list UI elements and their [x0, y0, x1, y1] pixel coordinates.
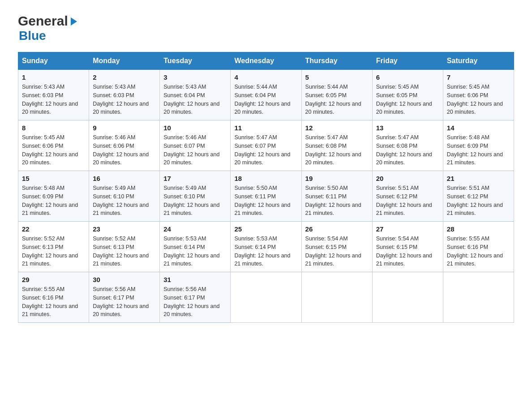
day-number: 16: [93, 175, 156, 182]
day-number: 4: [234, 73, 297, 81]
day-number: 8: [22, 124, 85, 132]
day-number: 31: [163, 276, 227, 283]
day-cell: 8Sunrise: 5:45 AMSunset: 6:06 PMDaylight…: [18, 120, 89, 171]
day-cell: [301, 272, 372, 323]
header-cell-tuesday: Tuesday: [160, 52, 231, 70]
svg-marker-0: [71, 17, 77, 26]
logo-blue: Blue: [19, 29, 46, 43]
day-cell: 7Sunrise: 5:45 AMSunset: 6:06 PMDaylight…: [443, 70, 514, 120]
day-cell: [231, 272, 301, 323]
day-number: 18: [234, 175, 297, 182]
day-info: Sunrise: 5:45 AMSunset: 6:06 PMDaylight:…: [22, 133, 85, 167]
day-cell: 10Sunrise: 5:46 AMSunset: 6:07 PMDayligh…: [160, 120, 231, 171]
day-info: Sunrise: 5:56 AMSunset: 6:17 PMDaylight:…: [93, 285, 156, 319]
header-row: SundayMondayTuesdayWednesdayThursdayFrid…: [18, 52, 514, 70]
day-info: Sunrise: 5:43 AMSunset: 6:03 PMDaylight:…: [22, 83, 85, 116]
day-number: 30: [93, 276, 156, 283]
page-header: General Blue: [18, 13, 514, 43]
day-number: 11: [234, 124, 297, 132]
day-cell: 18Sunrise: 5:50 AMSunset: 6:11 PMDayligh…: [231, 171, 301, 222]
day-number: 9: [93, 124, 156, 132]
day-info: Sunrise: 5:52 AMSunset: 6:13 PMDaylight:…: [22, 235, 85, 268]
day-info: Sunrise: 5:47 AMSunset: 6:08 PMDaylight:…: [305, 133, 369, 167]
day-cell: 19Sunrise: 5:50 AMSunset: 6:11 PMDayligh…: [301, 171, 372, 222]
day-info: Sunrise: 5:46 AMSunset: 6:07 PMDaylight:…: [163, 133, 227, 167]
day-info: Sunrise: 5:50 AMSunset: 6:11 PMDaylight:…: [305, 184, 369, 218]
day-number: 21: [447, 175, 510, 182]
header-cell-saturday: Saturday: [443, 52, 514, 70]
day-cell: 9Sunrise: 5:46 AMSunset: 6:06 PMDaylight…: [89, 120, 160, 171]
day-number: 14: [447, 124, 510, 132]
day-number: 15: [22, 175, 85, 182]
day-info: Sunrise: 5:47 AMSunset: 6:08 PMDaylight:…: [376, 133, 439, 167]
day-cell: 22Sunrise: 5:52 AMSunset: 6:13 PMDayligh…: [18, 222, 89, 272]
day-info: Sunrise: 5:52 AMSunset: 6:13 PMDaylight:…: [93, 235, 156, 268]
day-cell: 20Sunrise: 5:51 AMSunset: 6:12 PMDayligh…: [372, 171, 443, 222]
day-cell: [443, 272, 514, 323]
logo-general: General: [18, 13, 68, 29]
day-info: Sunrise: 5:47 AMSunset: 6:07 PMDaylight:…: [234, 133, 297, 167]
day-info: Sunrise: 5:51 AMSunset: 6:12 PMDaylight:…: [447, 184, 510, 218]
header-cell-thursday: Thursday: [301, 52, 372, 70]
day-number: 2: [93, 73, 156, 81]
day-info: Sunrise: 5:55 AMSunset: 6:16 PMDaylight:…: [22, 285, 85, 319]
day-number: 25: [234, 225, 297, 233]
week-row-1: 1Sunrise: 5:43 AMSunset: 6:03 PMDaylight…: [18, 70, 514, 120]
week-row-3: 15Sunrise: 5:48 AMSunset: 6:09 PMDayligh…: [18, 171, 514, 222]
header-cell-sunday: Sunday: [18, 52, 89, 70]
day-cell: 6Sunrise: 5:45 AMSunset: 6:05 PMDaylight…: [372, 70, 443, 120]
day-cell: 14Sunrise: 5:48 AMSunset: 6:09 PMDayligh…: [443, 120, 514, 171]
day-cell: 30Sunrise: 5:56 AMSunset: 6:17 PMDayligh…: [89, 272, 160, 323]
day-number: 24: [163, 225, 227, 233]
day-cell: 26Sunrise: 5:54 AMSunset: 6:15 PMDayligh…: [301, 222, 372, 272]
day-number: 7: [447, 73, 510, 81]
day-info: Sunrise: 5:53 AMSunset: 6:14 PMDaylight:…: [234, 235, 297, 268]
day-info: Sunrise: 5:45 AMSunset: 6:05 PMDaylight:…: [376, 83, 439, 116]
day-info: Sunrise: 5:56 AMSunset: 6:17 PMDaylight:…: [163, 285, 227, 319]
day-info: Sunrise: 5:43 AMSunset: 6:04 PMDaylight:…: [163, 83, 227, 116]
day-number: 13: [376, 124, 439, 132]
day-cell: 3Sunrise: 5:43 AMSunset: 6:04 PMDaylight…: [160, 70, 231, 120]
day-info: Sunrise: 5:44 AMSunset: 6:04 PMDaylight:…: [234, 83, 297, 116]
day-number: 6: [376, 73, 439, 81]
day-number: 29: [22, 276, 85, 283]
day-cell: 4Sunrise: 5:44 AMSunset: 6:04 PMDaylight…: [231, 70, 301, 120]
day-number: 3: [163, 73, 227, 81]
day-cell: 21Sunrise: 5:51 AMSunset: 6:12 PMDayligh…: [443, 171, 514, 222]
logo: General Blue: [18, 13, 79, 43]
day-number: 22: [22, 225, 85, 233]
calendar-body: 1Sunrise: 5:43 AMSunset: 6:03 PMDaylight…: [18, 70, 514, 323]
header-cell-monday: Monday: [89, 52, 160, 70]
day-info: Sunrise: 5:53 AMSunset: 6:14 PMDaylight:…: [163, 235, 227, 268]
logo-arrow-icon: [69, 17, 79, 26]
day-cell: 15Sunrise: 5:48 AMSunset: 6:09 PMDayligh…: [18, 171, 89, 222]
day-info: Sunrise: 5:45 AMSunset: 6:06 PMDaylight:…: [447, 83, 510, 116]
day-number: 5: [305, 73, 369, 81]
day-info: Sunrise: 5:51 AMSunset: 6:12 PMDaylight:…: [376, 184, 439, 218]
day-info: Sunrise: 5:54 AMSunset: 6:15 PMDaylight:…: [305, 235, 369, 268]
header-cell-friday: Friday: [372, 52, 443, 70]
day-cell: 24Sunrise: 5:53 AMSunset: 6:14 PMDayligh…: [160, 222, 231, 272]
day-info: Sunrise: 5:54 AMSunset: 6:15 PMDaylight:…: [376, 235, 439, 268]
day-number: 19: [305, 175, 369, 182]
day-cell: 31Sunrise: 5:56 AMSunset: 6:17 PMDayligh…: [160, 272, 231, 323]
day-cell: 12Sunrise: 5:47 AMSunset: 6:08 PMDayligh…: [301, 120, 372, 171]
day-info: Sunrise: 5:49 AMSunset: 6:10 PMDaylight:…: [163, 184, 227, 218]
day-cell: 17Sunrise: 5:49 AMSunset: 6:10 PMDayligh…: [160, 171, 231, 222]
day-number: 23: [93, 225, 156, 233]
day-info: Sunrise: 5:46 AMSunset: 6:06 PMDaylight:…: [93, 133, 156, 167]
day-cell: 25Sunrise: 5:53 AMSunset: 6:14 PMDayligh…: [231, 222, 301, 272]
day-number: 20: [376, 175, 439, 182]
day-number: 28: [447, 225, 510, 233]
day-cell: 29Sunrise: 5:55 AMSunset: 6:16 PMDayligh…: [18, 272, 89, 323]
day-cell: 27Sunrise: 5:54 AMSunset: 6:15 PMDayligh…: [372, 222, 443, 272]
day-info: Sunrise: 5:48 AMSunset: 6:09 PMDaylight:…: [447, 133, 510, 167]
day-cell: 1Sunrise: 5:43 AMSunset: 6:03 PMDaylight…: [18, 70, 89, 120]
day-number: 26: [305, 225, 369, 233]
calendar-header: SundayMondayTuesdayWednesdayThursdayFrid…: [18, 52, 514, 70]
week-row-5: 29Sunrise: 5:55 AMSunset: 6:16 PMDayligh…: [18, 272, 514, 323]
day-cell: 16Sunrise: 5:49 AMSunset: 6:10 PMDayligh…: [89, 171, 160, 222]
day-number: 12: [305, 124, 369, 132]
day-cell: 28Sunrise: 5:55 AMSunset: 6:16 PMDayligh…: [443, 222, 514, 272]
day-cell: [372, 272, 443, 323]
